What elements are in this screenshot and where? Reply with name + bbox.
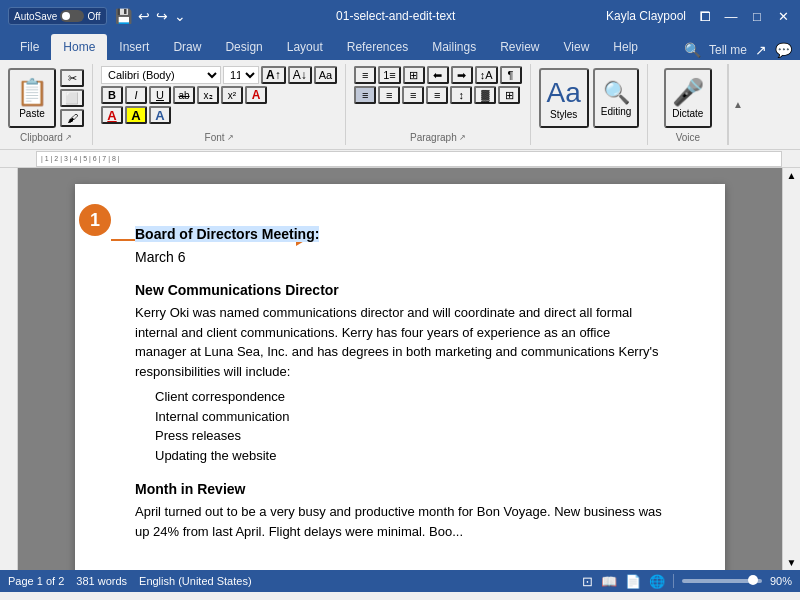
clipboard-label: Clipboard ↗ [20,130,72,143]
ribbon: 📋 Paste ✂ ⬜ 🖌 Clipboard ↗ [0,60,800,150]
underline-button[interactable]: U [149,86,171,104]
print-layout-icon[interactable]: 📄 [625,574,641,589]
font-row-3: A A A [101,106,171,124]
paragraph-group: ≡ 1≡ ⊞ ⬅ ➡ ↕A ¶ ≡ ≡ ≡ ≡ ↕ ▓ ⊞ Paragraph … [346,64,530,145]
comments-icon[interactable]: 💬 [775,42,792,58]
undo-icon[interactable]: ↩ [138,8,150,24]
web-layout-icon[interactable]: 🌐 [649,574,665,589]
show-hide-button[interactable]: ¶ [500,66,522,84]
align-right-button[interactable]: ≡ [402,86,424,104]
format-painter-button[interactable]: 🖌 [60,109,84,127]
tab-review[interactable]: Review [488,34,551,60]
change-case-button[interactable]: Aa [314,66,337,84]
tab-view[interactable]: View [552,34,602,60]
status-bar: Page 1 of 2 381 words English (United St… [0,570,800,592]
font-color-button[interactable]: A [101,106,123,124]
bullets-button[interactable]: ≡ [354,66,376,84]
align-left-button[interactable]: ≡ [354,86,376,104]
highlight-button[interactable]: A [125,106,147,124]
focus-mode-icon[interactable]: ⊡ [582,574,593,589]
tab-home[interactable]: Home [51,34,107,60]
scroll-up-button[interactable]: ▲ [783,168,800,183]
ribbon-display-button[interactable]: ⧠ [696,9,714,23]
styles-button[interactable]: Aa Styles [539,68,589,128]
multilevel-button[interactable]: ⊞ [403,66,425,84]
font-group: Calibri (Body) 11 A↑ A↓ Aa B I U ab x₂ x… [93,64,346,145]
sort-button[interactable]: ↕A [475,66,498,84]
clear-format-button[interactable]: A [245,86,267,104]
dictate-icon: 🎤 [672,77,704,108]
document-heading: Board of Directors Meeting: [135,224,665,245]
font-size-select[interactable]: 11 [223,66,259,84]
line-spacing-button[interactable]: ↕ [450,86,472,104]
tab-file[interactable]: File [8,34,51,60]
bold-button[interactable]: B [101,86,123,104]
shading-button[interactable]: ▓ [474,86,496,104]
share-icon[interactable]: ↗ [755,42,767,58]
decrease-indent-button[interactable]: ⬅ [427,66,449,84]
ribbon-collapse-button[interactable]: ▲ [728,64,746,145]
title-bar: AutoSave Off 💾 ↩ ↪ ⌄ 01-select-and-edit-… [0,0,800,32]
read-mode-icon[interactable]: 📖 [601,574,617,589]
clipboard-expand-icon[interactable]: ↗ [65,133,72,142]
scroll-right[interactable]: ▲ ▼ [782,168,800,570]
redo-icon[interactable]: ↪ [156,8,168,24]
increase-font-button[interactable]: A↑ [261,66,286,84]
zoom-slider[interactable] [682,579,762,583]
tell-me-label[interactable]: Tell me [709,43,747,57]
list-item-1: Client correspondence [135,387,665,407]
autosave-toggle[interactable] [60,10,84,22]
tab-insert[interactable]: Insert [107,34,161,60]
close-button[interactable]: ✕ [774,9,792,23]
editing-button[interactable]: 🔍 Editing [593,68,640,128]
ruler: | 1 | 2 | 3 | 4 | 5 | 6 | 7 | 8 | [36,151,782,167]
paste-button[interactable]: 📋 Paste [8,68,56,128]
strikethrough-button[interactable]: ab [173,86,195,104]
subscript-button[interactable]: x₂ [197,86,219,104]
section-2-body: April turned out to be a very busy and p… [135,502,665,541]
paste-label: Paste [19,108,45,119]
text-effect-button[interactable]: A [149,106,171,124]
copy-button[interactable]: ⬜ [60,89,84,107]
align-center-button[interactable]: ≡ [378,86,400,104]
borders-button[interactable]: ⊞ [498,86,520,104]
user-name: Kayla Claypool [606,9,686,23]
dictate-button[interactable]: 🎤 Dictate [664,68,712,128]
paragraph-expand-icon[interactable]: ↗ [459,133,466,142]
copy-icon: ⬜ [65,92,79,105]
tab-references[interactable]: References [335,34,420,60]
save-icon[interactable]: 💾 [115,8,132,24]
paragraph-label: Paragraph ↗ [410,130,466,143]
tab-help[interactable]: Help [601,34,650,60]
autosave-state: Off [87,11,100,22]
justify-button[interactable]: ≡ [426,86,448,104]
autosave-button[interactable]: AutoSave Off [8,7,107,25]
search-icon[interactable]: 🔍 [684,42,701,58]
tab-mailings[interactable]: Mailings [420,34,488,60]
increase-indent-button[interactable]: ➡ [451,66,473,84]
more-quick-access-icon[interactable]: ⌄ [174,8,186,24]
zoom-thumb [748,575,758,585]
tab-design[interactable]: Design [213,34,274,60]
italic-button[interactable]: I [125,86,147,104]
tab-layout[interactable]: Layout [275,34,335,60]
scroll-down-button[interactable]: ▼ [783,555,800,570]
decrease-font-button[interactable]: A↓ [288,66,312,84]
heading-text[interactable]: Board of Directors Meeting: [135,226,319,242]
list-item-4: Updating the website [135,446,665,466]
maximize-button[interactable]: □ [748,9,766,23]
cut-button[interactable]: ✂ [60,69,84,87]
voice-group-label: Voice [676,130,700,143]
tab-draw[interactable]: Draw [161,34,213,60]
para-content: ≡ 1≡ ⊞ ⬅ ➡ ↕A ¶ ≡ ≡ ≡ ≡ ↕ ▓ ⊞ [354,66,521,130]
ruler-tick: | 1 | 2 | 3 | 4 | 5 | 6 | 7 | 8 | [41,155,120,162]
numbering-button[interactable]: 1≡ [378,66,401,84]
minimize-button[interactable]: — [722,9,740,23]
superscript-button[interactable]: x² [221,86,243,104]
editing-icon: 🔍 [603,80,630,106]
font-expand-icon[interactable]: ↗ [227,133,234,142]
document-page[interactable]: 1 Board of Directors Meeting: March 6 Ne… [75,184,725,570]
zoom-level: 90% [770,575,792,587]
font-family-select[interactable]: Calibri (Body) [101,66,221,84]
page-info: Page 1 of 2 [8,575,64,587]
